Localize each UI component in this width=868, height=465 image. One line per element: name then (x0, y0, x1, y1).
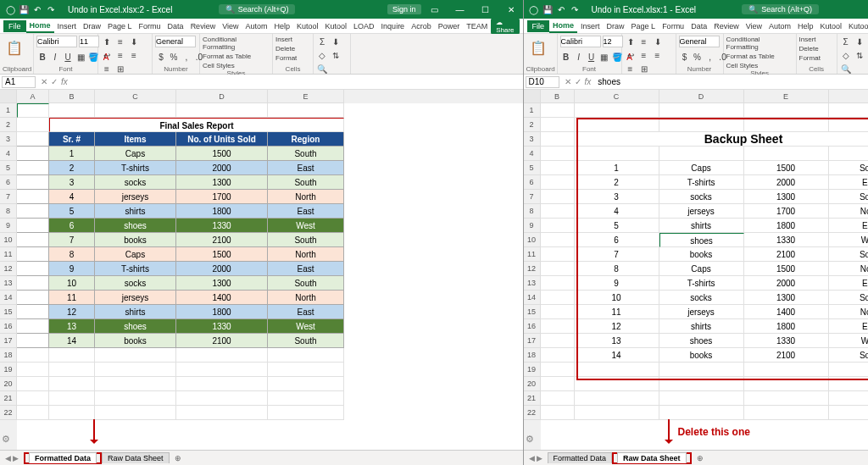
cell[interactable] (17, 247, 49, 262)
table-cell[interactable]: South (268, 276, 344, 291)
cell[interactable] (49, 391, 95, 406)
row-header[interactable]: 8 (524, 204, 541, 219)
undo-icon[interactable]: ↶ (32, 4, 42, 14)
table-cell[interactable]: books (95, 233, 176, 247)
delete-cell-button[interactable]: Delete (799, 45, 819, 53)
ribbon-tab-view[interactable]: View (743, 20, 765, 32)
save-icon[interactable]: 💾 (19, 4, 29, 14)
cell[interactable] (176, 391, 268, 406)
ribbon-tab-load[interactable]: LOAD (350, 20, 378, 32)
table-cell[interactable]: 1330 (744, 334, 829, 348)
table-cell[interactable]: 1400 (744, 305, 829, 319)
currency-button[interactable]: $ (155, 51, 167, 63)
table-cell[interactable]: North (829, 305, 868, 319)
sort-button[interactable]: ⇅ (330, 49, 342, 61)
comma-button[interactable]: , (181, 51, 192, 63)
table-cell[interactable]: books (659, 247, 744, 262)
col-header[interactable]: C (95, 90, 176, 103)
col-header[interactable]: F (829, 90, 868, 103)
table-cell[interactable]: 1500 (176, 147, 268, 161)
enter-fx-icon[interactable]: ✓ (51, 77, 58, 86)
cell[interactable] (17, 363, 49, 377)
cell[interactable] (541, 247, 575, 262)
cell[interactable] (829, 406, 868, 420)
find-button[interactable]: 🔍 (316, 63, 328, 75)
table-cell[interactable]: East (829, 276, 868, 291)
row-header[interactable]: 8 (0, 204, 17, 219)
table-cell[interactable]: 2000 (744, 175, 829, 190)
ribbon-tab-draw[interactable]: Draw (80, 20, 104, 32)
cell[interactable] (268, 103, 344, 118)
cell[interactable] (17, 406, 49, 420)
cancel-fx-icon[interactable]: ✕ (565, 77, 571, 86)
cell[interactable] (541, 219, 575, 233)
ribbon-tab-file[interactable]: File (527, 20, 550, 32)
table-cell[interactable]: T-shirts (95, 262, 176, 276)
sheet-tab-formatted[interactable]: Formatted Data (29, 452, 97, 463)
row-header[interactable]: 1 (0, 103, 17, 118)
name-box[interactable] (2, 76, 36, 88)
autosave-toggle[interactable]: ◯ (529, 4, 539, 14)
row-header[interactable]: 3 (0, 132, 17, 147)
font-size-select[interactable] (79, 36, 99, 47)
table-cell[interactable]: shoes (95, 219, 176, 233)
clear-button[interactable]: ◇ (316, 49, 328, 61)
cell[interactable] (541, 348, 575, 363)
border-button[interactable]: ▦ (598, 51, 610, 63)
cell[interactable] (176, 103, 268, 118)
table-cell[interactable]: books (659, 348, 744, 363)
table-cell[interactable]: 1800 (744, 319, 829, 334)
cell[interactable] (17, 175, 49, 190)
table-cell[interactable]: South (829, 161, 868, 175)
table-cell[interactable]: East (829, 219, 868, 233)
cell[interactable] (829, 391, 868, 406)
table-cell[interactable]: East (829, 319, 868, 334)
cell[interactable] (744, 377, 829, 391)
wrap-text-button[interactable]: ↩ (101, 49, 113, 61)
select-all-corner[interactable] (524, 90, 541, 103)
table-cell[interactable]: shoes (659, 233, 744, 247)
row-header[interactable]: 10 (524, 233, 541, 247)
table-cell[interactable]: books (95, 334, 176, 348)
cell[interactable] (575, 391, 659, 406)
table-cell[interactable]: Caps (95, 247, 176, 262)
row-header[interactable]: 14 (0, 291, 17, 305)
table-cell[interactable]: Caps (659, 161, 744, 175)
table-cell[interactable]: 3 (575, 190, 659, 204)
cell[interactable] (268, 348, 344, 363)
cell[interactable] (659, 406, 744, 420)
align-bot-button[interactable]: ⬇ (652, 36, 664, 47)
redo-icon[interactable]: ↷ (46, 4, 56, 14)
cancel-fx-icon[interactable]: ✕ (41, 77, 47, 86)
align-right-button[interactable]: ≡ (625, 63, 637, 75)
format-cell-button[interactable]: Format (275, 54, 297, 62)
underline-button[interactable]: U (586, 51, 598, 63)
table-cell[interactable]: Caps (659, 262, 744, 276)
table-cell[interactable]: 1500 (744, 161, 829, 175)
table-cell[interactable]: East (268, 161, 344, 175)
table-cell[interactable]: East (268, 305, 344, 319)
cell[interactable] (744, 406, 829, 420)
fill-button[interactable]: ⬇ (330, 36, 342, 47)
table-cell[interactable]: jerseys (95, 291, 176, 305)
cell[interactable] (744, 391, 829, 406)
cond-format-button[interactable]: Conditional Formatting (203, 36, 270, 51)
cell[interactable] (541, 161, 575, 175)
search-box[interactable]: 🔍 Search (Alt+Q) (742, 4, 819, 14)
cell[interactable] (17, 161, 49, 175)
row-header[interactable]: 19 (0, 363, 17, 377)
cell-styles-button[interactable]: Cell Styles (203, 62, 235, 69)
cell[interactable] (541, 204, 575, 219)
italic-button[interactable]: I (49, 51, 61, 63)
table-cell[interactable]: South (829, 348, 868, 363)
ribbon-tab-review[interactable]: Review (187, 20, 220, 32)
row-header[interactable]: 2 (524, 118, 541, 132)
row-header[interactable]: 20 (524, 377, 541, 391)
cell[interactable] (744, 103, 829, 118)
underline-button[interactable]: U (62, 51, 74, 63)
clear-button[interactable]: ◇ (840, 49, 852, 61)
ribbon-tab-inquire[interactable]: Inquire (378, 20, 409, 32)
format-table-button[interactable]: Format as Table (726, 53, 775, 60)
row-header[interactable]: 10 (0, 233, 17, 247)
table-cell[interactable]: T-shirts (659, 276, 744, 291)
